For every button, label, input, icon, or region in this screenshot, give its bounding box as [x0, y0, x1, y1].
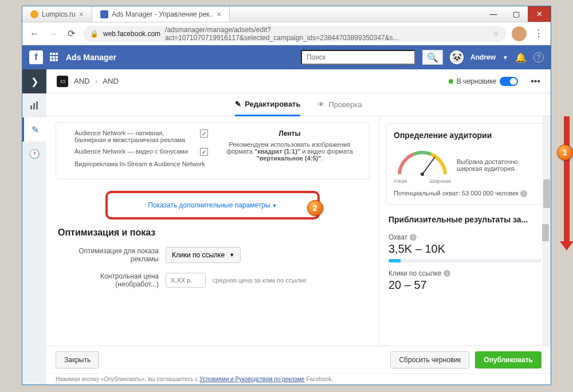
browser-tab-1[interactable]: Lumpics.ru × [22, 6, 92, 22]
placement-option: Audience Network — видео с бонусами ✓ [63, 148, 208, 156]
tab-edit[interactable]: ✎ Редактировать [235, 93, 300, 116]
close-tab-icon[interactable]: × [217, 10, 221, 19]
lock-icon: 🔒 [90, 30, 99, 38]
fb-logo-icon[interactable]: f [29, 50, 43, 64]
progress-bar [388, 259, 541, 262]
svg-point-4 [421, 173, 424, 176]
draft-label: В черновике [457, 77, 496, 85]
app-title: Ads Manager [66, 53, 116, 62]
apps-grid-icon[interactable] [50, 53, 59, 62]
caret-down-icon: ▼ [272, 203, 277, 209]
checkbox[interactable]: ✓ [200, 148, 208, 156]
forward-button[interactable]: → [46, 28, 59, 40]
dropdown-value: Клики по ссылке [172, 251, 225, 259]
checkbox[interactable]: ✓ [200, 130, 208, 138]
gauge-icon [394, 146, 451, 177]
svg-rect-0 [30, 105, 32, 109]
window-controls: — ▢ ✕ [482, 6, 551, 22]
back-button[interactable]: ← [28, 28, 41, 40]
rail-item-chart[interactable] [22, 93, 46, 117]
pencil-icon: ✎ [32, 124, 39, 135]
more-menu-icon[interactable]: ••• [531, 76, 540, 87]
control-price-input[interactable] [166, 273, 206, 288]
eye-icon: 👁 [317, 100, 325, 109]
results-card: Приблизительные результаты за... Охватi … [386, 213, 544, 297]
breadcrumb-b: AND [103, 77, 118, 85]
clock-icon: 🕐 [29, 148, 40, 159]
bookmark-icon[interactable]: ☆ [493, 30, 499, 38]
chevron-right-icon: › [95, 77, 97, 85]
info-icon[interactable]: i [520, 190, 527, 197]
maximize-button[interactable]: ▢ [505, 6, 528, 22]
optimization-dropdown[interactable]: Клики по ссылке ▼ [166, 247, 241, 263]
notifications-icon[interactable]: 🔔 [515, 52, 527, 63]
info-icon[interactable]: i [444, 270, 450, 277]
reset-draft-button[interactable]: Сбросить черновик [390, 351, 469, 369]
price-hint: средняя цена за клик по ссылке [213, 277, 307, 284]
url-box[interactable]: 🔒 web.facebook.com /adsmanager/manage/ad… [83, 26, 506, 42]
terms-link[interactable]: Условиями и Руководством по рекламе [199, 376, 304, 382]
gauge-labels: УзкаяШирокая [394, 178, 451, 184]
rail-item-edit[interactable]: ✎ [22, 117, 46, 142]
reload-button[interactable]: ⟳ [65, 28, 77, 40]
fb-header: f Ads Manager 🔍 🐼 Andrew ▼ 🔔 ? [22, 45, 551, 69]
metric-label: Охватi [388, 233, 541, 241]
close-button[interactable]: Закрыть [56, 351, 99, 369]
info-icon[interactable]: i [410, 234, 417, 241]
rail-item-history[interactable]: 🕐 [22, 142, 46, 166]
browser-tab-2[interactable]: Ads Manager - Управление рек.. × [92, 6, 230, 22]
metric-label: Клики по ссылкеi [388, 269, 541, 277]
close-tab-icon[interactable]: × [79, 10, 84, 19]
placement-label: Audience Network — нативная, баннерная и… [74, 130, 195, 143]
form-label: Контрольная цена (необработ...) [56, 272, 159, 288]
help-icon[interactable]: ? [533, 52, 544, 62]
tab-title: Lumpics.ru [42, 10, 76, 18]
browser-menu-icon[interactable]: ⋮ [532, 28, 545, 40]
annotation-badge-1: 1 [557, 144, 573, 160]
caret-down-icon: ▼ [229, 252, 234, 258]
publish-button[interactable]: Опубликовать [475, 351, 541, 369]
url-path: /adsmanager/manage/adsets/edit?act=10710… [165, 26, 488, 42]
rail-collapse-icon[interactable]: ❯ [22, 69, 46, 93]
section-heading-optim: Оптимизация и показ [58, 228, 367, 238]
footer-note: Нажимая кнопку «Опубликовать», вы соглаш… [46, 373, 551, 385]
favicon-icon [30, 10, 38, 18]
content-row: Audience Network — нативная, баннерная и… [46, 116, 551, 346]
annotation-arrow [564, 116, 570, 242]
scrollbar-thumb[interactable] [543, 179, 550, 208]
hint-heading: Ленты [217, 130, 362, 138]
sub-header: ▭ AND › AND В черновике ••• [46, 69, 551, 93]
footer-bar: Закрыть Сбросить черновик Опубликовать [46, 346, 551, 373]
draft-status: В черновике [449, 77, 518, 86]
workspace: ❯ ✎ 🕐 ▭ AND › AND В чернови [22, 69, 551, 385]
card-heading: Приблизительные результаты за... [388, 215, 541, 224]
pencil-icon: ✎ [235, 100, 241, 108]
page-tabs: ✎ Редактировать 👁 Проверка [46, 93, 551, 116]
gauge-row: УзкаяШирокая Выбрана достаточно широкая … [394, 146, 536, 184]
search-button[interactable]: 🔍 [422, 50, 443, 65]
tab-label: Проверка [328, 100, 362, 109]
audience-description: Выбрана достаточно широкая аудитория. [457, 158, 536, 172]
breadcrumb-a[interactable]: AND [74, 77, 89, 85]
profile-avatar-icon[interactable] [512, 26, 527, 41]
form-row-optimization: Оптимизация для показа рекламы Клики по … [56, 247, 370, 263]
show-more-wrapper: Показать дополнительные параметры ▼ 2 [56, 191, 370, 219]
placement-label: Видеореклама In-Stream в Audience Networ… [74, 160, 208, 167]
metric-value: 20 – 57 [388, 279, 541, 292]
tab-review[interactable]: 👁 Проверка [317, 93, 362, 116]
search-input[interactable] [301, 50, 415, 65]
breadcrumb: AND › AND [74, 77, 119, 85]
user-menu-caret-icon[interactable]: ▼ [503, 54, 508, 61]
svg-line-3 [422, 157, 435, 174]
status-toggle[interactable] [500, 77, 518, 86]
account-avatar-icon[interactable]: 🐼 [450, 50, 464, 64]
main-scrollbar-thumb[interactable] [542, 224, 549, 241]
minimize-button[interactable]: — [482, 6, 505, 22]
show-more-button[interactable]: Показать дополнительные параметры ▼ 2 [105, 191, 320, 219]
reach-line: Потенциальный охват: 53 000 000 человек … [394, 190, 536, 197]
form-label: Оптимизация для показа рекламы [56, 247, 159, 263]
progress-fill [388, 259, 401, 262]
close-window-button[interactable]: ✕ [528, 6, 551, 22]
main-column: ▭ AND › AND В черновике ••• ✎ Редактиров… [46, 69, 551, 385]
tab-label: Редактировать [245, 100, 300, 108]
